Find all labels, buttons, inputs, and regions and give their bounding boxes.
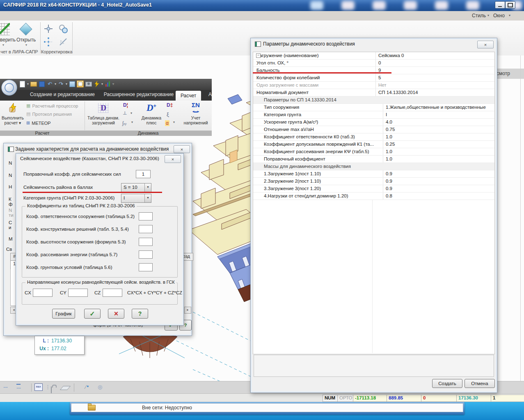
tab-create-edit[interactable]: Создание и редактирование xyxy=(24,92,101,97)
param-value[interactable]: 1.0 xyxy=(383,148,494,155)
param-value[interactable]: 0.9 xyxy=(383,178,494,185)
dyn-mass-icon[interactable]: D‡ xyxy=(167,102,173,108)
param-value[interactable]: 0.75 xyxy=(383,126,494,133)
verify-button[interactable]: верить xyxy=(0,37,16,43)
help-button[interactable]: ? xyxy=(132,309,148,319)
mirror-icon[interactable] xyxy=(58,37,68,47)
seismicity-dropdown[interactable]: S = 10 ▾ xyxy=(121,183,151,192)
coord-y-field[interactable]: 889.85 xyxy=(387,395,423,402)
chevron-down-icon[interactable]: ▾ xyxy=(131,120,133,124)
close-icon[interactable]: × xyxy=(477,41,494,48)
maximize-button[interactable] xyxy=(505,1,515,9)
workplane-icon[interactable] xyxy=(60,386,71,390)
length-field[interactable]: 17136.30 xyxy=(456,395,492,402)
toolbar-overflow-icon[interactable]: ▿ xyxy=(112,82,114,86)
param-value[interactable]: 0.8 xyxy=(383,193,494,200)
chevron-down-icon[interactable]: ▾ xyxy=(55,82,56,86)
cx-input[interactable] xyxy=(33,289,53,297)
lock-icon[interactable] xyxy=(51,386,52,393)
param-value[interactable]: 4.0 xyxy=(383,119,494,126)
run-calculation-button[interactable]: Выполнить расчет ▾ xyxy=(1,101,25,125)
target-circle-icon[interactable]: ◎ xyxy=(98,384,102,390)
spring-icon[interactable]: ξ xyxy=(167,111,169,117)
dyn-load-icon[interactable]: D¦ xyxy=(123,102,128,108)
save-icon[interactable] xyxy=(38,80,45,87)
meteor-item[interactable]: ⊞ МЕТЕОР xyxy=(26,120,51,126)
snapshot-camera-icon[interactable] xyxy=(85,80,92,87)
param-value[interactable]: 0.25 xyxy=(383,141,494,148)
param-value[interactable]: 1.0 xyxy=(383,156,494,163)
alpha-icon[interactable]: α xyxy=(165,120,169,126)
coeff-structural-input[interactable] xyxy=(139,225,153,233)
param-value[interactable]: 0 xyxy=(376,60,494,67)
rotate-copy-icon[interactable] xyxy=(58,24,68,34)
chart-icon[interactable] xyxy=(104,81,111,87)
chevron-down-icon[interactable]: ▾ xyxy=(27,82,29,86)
chevron-down-icon[interactable]: ▾ xyxy=(101,82,103,86)
collapse-icon[interactable]: − xyxy=(256,53,261,58)
undo-icon[interactable]: ↶ xyxy=(46,80,53,87)
param-value[interactable]: СП 14.13330.2014 xyxy=(376,89,494,96)
coeff-dissipation-input[interactable] xyxy=(139,250,153,259)
stress-account-button[interactable]: ΣN◂▬▸ Учет напряжений xyxy=(181,101,210,125)
create-button[interactable]: Создать xyxy=(432,379,462,388)
param-group-row[interactable]: Параметры по СП 14.13330.2014− xyxy=(253,96,494,104)
cy-input[interactable] xyxy=(68,289,88,297)
cancel-button[interactable]: Отмена xyxy=(465,379,495,388)
param-value[interactable]: 1.0 xyxy=(383,133,494,140)
offline-popup-window[interactable]: Вне сети: Недоступно xyxy=(70,402,465,415)
snap-max-icon[interactable]: max xyxy=(34,383,43,391)
ok-button[interactable]: ✓ xyxy=(84,309,101,319)
chevron-down-icon[interactable]: ▾ xyxy=(173,120,175,124)
new-document-icon[interactable] xyxy=(19,80,26,87)
jack-support-icon[interactable]: ┴ xyxy=(123,111,127,117)
cz-input[interactable] xyxy=(103,289,122,297)
tab-advanced-edit[interactable]: Расширенное редактирование xyxy=(103,92,175,97)
chevron-down-icon[interactable]: ▾ xyxy=(2,43,4,47)
view-cube-icon[interactable] xyxy=(69,80,76,87)
menu-style[interactable]: Стиль xyxy=(472,13,486,18)
sapfir-logo-icon[interactable] xyxy=(1,80,17,96)
snap-grid-icon[interactable]: ∙∙∙∙ xyxy=(3,384,7,390)
open-file-icon[interactable] xyxy=(30,80,37,87)
chevron-down-icon[interactable]: ▾ xyxy=(509,14,510,17)
move-icon[interactable] xyxy=(43,24,53,34)
param-value[interactable]: 0.9 xyxy=(383,185,494,192)
chevron-down-icon[interactable]: ▾ xyxy=(25,43,27,47)
minimize-button[interactable] xyxy=(495,1,505,9)
coord-x-field[interactable]: -17113.18 xyxy=(353,395,388,402)
redo-icon[interactable]: ↷ xyxy=(57,80,64,87)
param-value[interactable]: 9 xyxy=(376,67,494,74)
tab-analysis-partial[interactable]: А xyxy=(208,92,213,97)
dynamics-plus-button[interactable]: D+ Динамика плюс xyxy=(139,101,164,125)
param-value[interactable]: 0.9 xyxy=(383,170,494,177)
cancel-x-button[interactable]: × xyxy=(108,309,124,319)
coeff-soil-input[interactable] xyxy=(139,263,153,271)
graph-button[interactable]: График xyxy=(52,309,75,319)
open-in-lira-icon[interactable] xyxy=(19,23,32,35)
snap-line-icon[interactable]: ∙∙∙∙ xyxy=(16,384,21,391)
chevron-down-icon[interactable]: ▾ xyxy=(130,111,132,115)
open-button[interactable]: Открыть xyxy=(16,37,36,43)
dynamic-loads-table-button[interactable]: D Таблица динам. загружений xyxy=(87,101,120,125)
snap-points-icon[interactable]: ⋮ xyxy=(45,384,50,390)
coeff-responsibility-input[interactable] xyxy=(139,212,153,220)
coord-z-field[interactable]: 0 xyxy=(421,395,458,402)
menu-window[interactable]: Окно xyxy=(493,13,505,18)
lightning-icon[interactable] xyxy=(93,80,100,87)
param-group-row[interactable]: Массы для динамического воздействия− xyxy=(253,163,494,170)
correction-coeff-input[interactable] xyxy=(136,170,151,178)
graph-xy-icon[interactable]: ∫xy xyxy=(122,120,126,126)
param-value[interactable]: Сейсмика 0 xyxy=(376,52,494,59)
param-value[interactable]: 1.Жилые,общественные и производственные xyxy=(383,104,494,111)
close-icon[interactable]: × xyxy=(174,145,190,153)
scale-field[interactable]: 1 xyxy=(491,395,524,402)
chevron-down-icon[interactable]: ▾ xyxy=(487,14,489,17)
verify-model-icon[interactable] xyxy=(0,23,10,35)
tab-calculation[interactable]: Расчет xyxy=(176,91,201,101)
param-value[interactable]: 5 xyxy=(376,74,494,81)
param-value[interactable]: I xyxy=(383,111,494,118)
window-titlebar[interactable]: САПФИР 2018 R2 x64-КОНСТРУКЦИИ - 4_Hotel… xyxy=(0,0,524,11)
chevron-down-icon[interactable]: ▾ xyxy=(66,82,67,86)
soil-category-dropdown[interactable]: I ▾ xyxy=(121,194,151,203)
